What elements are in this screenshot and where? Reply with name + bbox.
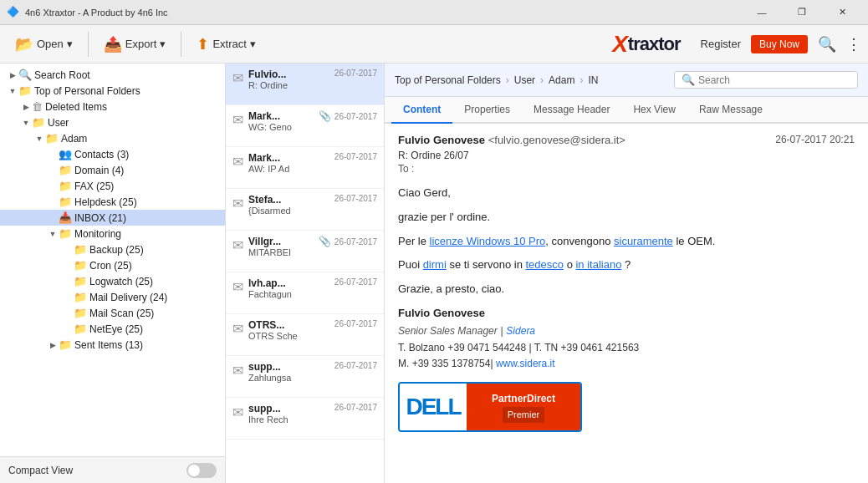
close-button[interactable]: ✕ [823, 0, 861, 25]
folder-icon: 📁 [74, 259, 87, 272]
extract-button[interactable]: ⬆ Extract ▾ [188, 32, 263, 57]
sidebar-item-adam[interactable]: ▼ 📁 Adam [0, 130, 225, 146]
sidebar-item-label: Mail Scan (25) [89, 308, 154, 319]
list-item[interactable]: ✉ Mark... 📎 26-07-2017 WG: Geno [226, 105, 384, 147]
sidebar-item-contacts[interactable]: 👥 Contacts (3) [0, 146, 225, 162]
maximize-button[interactable]: ❐ [783, 0, 821, 25]
sig-website[interactable]: www.sidera.it [496, 358, 555, 369]
sidebar-item-helpdesk[interactable]: 📁 Helpdesk (25) [0, 194, 225, 210]
sidebar-item-label: Helpdesk (25) [74, 196, 137, 208]
tab-content[interactable]: Content [391, 97, 452, 124]
tab-hex-view[interactable]: Hex View [621, 97, 687, 124]
sidebar-item-search-root[interactable]: ▶ 🔍 Search Root [0, 67, 225, 83]
body-licenses: Per le licenze Windows 10 Pro, convengon… [398, 233, 855, 251]
sidebar: ▶ 🔍 Search Root ▼ 📁 Top of Personal Fold… [0, 64, 226, 483]
email-subject: Zahlungsa [248, 373, 377, 383]
email-subject: MITARBEI [248, 247, 377, 257]
sidebar-item-deleted[interactable]: ▶ 🗑 Deleted Items [0, 99, 225, 114]
email-icon: ✉ [232, 237, 243, 267]
sig-mobile: M. +39 335 1378754| www.sidera.it [398, 356, 855, 372]
window-title: 4n6 Xtraxtor - A Product by 4n6 Inc [25, 8, 743, 18]
folder-icon: 📁 [59, 164, 72, 176]
list-item[interactable]: ✉ supp... 26-07-2017 Zahlungsa [226, 356, 384, 398]
sidebar-item-label: Backup (25) [89, 244, 144, 256]
email-to-field: To : [398, 163, 855, 175]
open-button[interactable]: 📂 Open ▾ [7, 32, 81, 57]
email-icon: ✉ [232, 321, 243, 350]
folder-icon: 📁 [18, 84, 32, 97]
search-box: 🔍 [674, 71, 858, 89]
register-link[interactable]: Register [701, 38, 741, 50]
folder-icon: 📁 [45, 132, 59, 145]
list-item[interactable]: ✉ lvh.ap... 26-07-2017 Fachtagun [226, 272, 384, 314]
content-panel: Top of Personal Folders › User › Adam › … [385, 64, 868, 483]
logo-x: X [612, 31, 628, 58]
sidebar-item-backup[interactable]: 📁 Backup (25) [0, 242, 225, 257]
email-date: 26-07-2017 [334, 69, 377, 80]
sidebar-item-cron[interactable]: 📁 Cron (25) [0, 257, 225, 273]
breadcrumb-in[interactable]: IN [588, 74, 598, 86]
list-item[interactable]: ✉ Mark... 26-07-2017 AW: IP Ad [226, 147, 384, 189]
search-toolbar-button[interactable]: 🔍 [818, 35, 836, 53]
sidebar-item-mail-scan[interactable]: 📁 Mail Scan (25) [0, 305, 225, 321]
expander-icon: ▼ [7, 87, 18, 95]
tab-bar: Content Properties Message Header Hex Vi… [385, 97, 868, 124]
sidebar-item-fax[interactable]: 📁 FAX (25) [0, 178, 225, 194]
more-options-button[interactable]: ⋮ [846, 35, 861, 53]
list-item[interactable]: ✉ OTRS... 26-07-2017 OTRS Sche [226, 314, 384, 356]
sidebar-item-logwatch[interactable]: 📁 Logwatch (25) [0, 273, 225, 289]
tab-raw-message[interactable]: Raw Message [687, 97, 774, 124]
folder-icon: 🔍 [18, 69, 32, 81]
list-item[interactable]: ✉ Villgr... 📎 26-07-2017 MITARBEI [226, 231, 384, 272]
sidebar-item-neteye[interactable]: 📁 NetEye (25) [0, 321, 225, 337]
sig-phone: T. Bolzano +39 0471 544248 | T. TN +39 0… [398, 340, 855, 356]
list-item[interactable]: ✉ supp... 26-07-2017 Ihre Rech [226, 398, 384, 440]
email-subject: WG: Geno [248, 122, 377, 132]
email-subject: R: Ordine [248, 80, 377, 90]
email-subject: OTRS Sche [248, 331, 377, 341]
sidebar-item-sent[interactable]: ▶ 📁 Sent Items (13) [0, 337, 225, 353]
sidebar-item-label: Adam [61, 133, 87, 145]
breadcrumb-adam[interactable]: Adam [549, 74, 574, 86]
compact-view-label: Compact View [8, 465, 186, 476]
folder-icon: 📁 [59, 180, 72, 192]
tab-properties[interactable]: Properties [452, 97, 522, 124]
dell-premier: Premier [503, 407, 545, 424]
expander-icon: ▼ [47, 230, 59, 238]
email-icon: ✉ [232, 404, 243, 434]
buynow-link[interactable]: Buy Now [751, 35, 808, 53]
email-from: supp... [248, 361, 281, 373]
sidebar-item-label: Monitoring [74, 228, 121, 240]
email-list-scroll[interactable]: ✉ Fulvio... 26-07-2017 R: Ordine ✉ Mark.… [226, 64, 384, 483]
folder-icon: 📁 [59, 338, 72, 351]
sidebar-item-domain[interactable]: 📁 Domain (4) [0, 162, 225, 178]
breadcrumb-personal-folders[interactable]: Top of Personal Folders [395, 74, 501, 86]
minimize-button[interactable]: — [743, 0, 781, 25]
email-from: Mark... [248, 152, 280, 164]
search-input[interactable] [698, 74, 850, 86]
list-item[interactable]: ✉ Fulvio... 26-07-2017 R: Ordine [226, 64, 384, 105]
link-dirmi[interactable]: dirmi [423, 258, 447, 271]
email-body: Ciao Gerd, grazie per l' ordine. Per le … [398, 185, 855, 432]
sidebar-item-personal-folders[interactable]: ▼ 📁 Top of Personal Folders [0, 83, 225, 99]
sidebar-item-mail-delivery[interactable]: 📁 Mail Delivery (24) [0, 289, 225, 305]
expander-icon: ▼ [20, 119, 32, 127]
logo-text: traxtor [628, 33, 681, 55]
email-from: OTRS... [248, 319, 284, 331]
sidebar-item-inbox[interactable]: 📥 INBOX (21) [0, 210, 225, 226]
tab-message-header[interactable]: Message Header [522, 97, 621, 124]
link-licenze[interactable]: licenze Windows 10 Pro [430, 235, 546, 247]
breadcrumb-user[interactable]: User [514, 74, 535, 86]
compact-view-toggle[interactable] [186, 463, 217, 478]
expander-icon: ▶ [47, 341, 59, 349]
sidebar-item-user[interactable]: ▼ 📁 User [0, 114, 225, 130]
sidebar-item-label: Deleted Items [45, 101, 107, 113]
list-item[interactable]: ✉ Stefa... 26-07-2017 {Disarmed [226, 189, 384, 231]
sidebar-item-monitoring[interactable]: ▼ 📁 Monitoring [0, 226, 225, 242]
export-button[interactable]: 📤 Export ▾ [95, 32, 175, 57]
link-italiano[interactable]: in italiano [575, 258, 621, 271]
sig-name: Fulvio Genovese [398, 305, 855, 323]
body-greeting: Ciao Gerd, [398, 185, 855, 202]
link-tedesco[interactable]: tedesco [525, 258, 564, 271]
folder-icon: 📁 [74, 243, 87, 256]
